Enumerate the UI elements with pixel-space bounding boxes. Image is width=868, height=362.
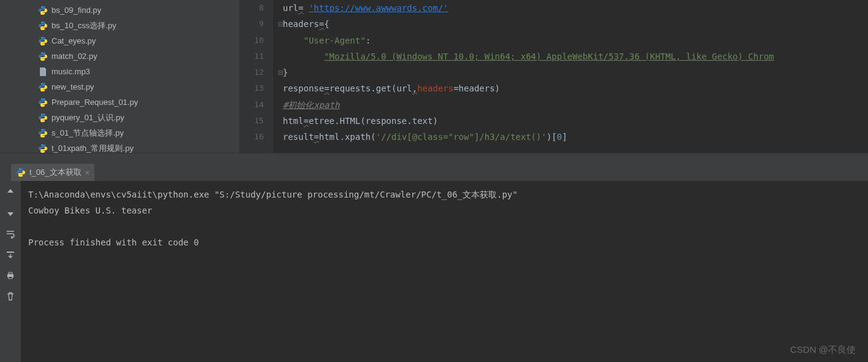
file-match_02-py[interactable]: match_02.py: [0, 48, 239, 64]
tree-item-label: bs_10_css选择.py: [52, 20, 117, 31]
print-icon[interactable]: [3, 268, 18, 283]
file-bs_09_find-py[interactable]: bs_09_find.py: [0, 2, 239, 18]
svg-point-3: [44, 28, 44, 29]
svg-point-2: [41, 22, 42, 23]
run-tab-bar: t_06_文本获取 ×: [0, 153, 868, 181]
file-music-mp3[interactable]: music.mp3: [0, 64, 239, 79]
file-s_01_节点轴选择-py[interactable]: s_01_节点轴选择.py: [0, 125, 239, 141]
python-icon: [38, 36, 48, 46]
tree-item-label: pyquery_01_认识.py: [52, 112, 125, 123]
code-editor[interactable]: 8910111213141516 url= 'https://www.awwwa…: [239, 0, 868, 153]
file-bs_10_css选择-py[interactable]: bs_10_css选择.py: [0, 18, 239, 33]
run-tab-label: t_06_文本获取: [29, 167, 82, 178]
wrap-icon[interactable]: [3, 226, 18, 241]
file-Prepare_Request_01-py[interactable]: Prepare_Request_01.py: [0, 94, 239, 110]
console-output[interactable]: T:\Anaconda\envs\cv5aiit\python.exe "S:/…: [21, 181, 868, 362]
scroll-icon[interactable]: [3, 247, 18, 262]
project-sidebar: bs_09_find.pybs_10_css选择.pyCat_eyes.pyma…: [0, 0, 239, 153]
svg-point-8: [41, 83, 42, 84]
file-t_01xpath_常用规则-py[interactable]: t_01xpath_常用规则.py: [0, 141, 239, 153]
svg-rect-20: [7, 252, 14, 253]
file-pyquery_01_认识-py[interactable]: pyquery_01_认识.py: [0, 110, 239, 125]
svg-point-16: [41, 145, 42, 145]
python-icon: [16, 168, 26, 177]
python-icon: [38, 82, 48, 92]
file-new_test-py[interactable]: new_test.py: [0, 79, 239, 94]
python-icon: [38, 6, 48, 15]
tree-item-label: bs_09_find.py: [52, 6, 101, 15]
svg-point-13: [44, 120, 44, 121]
tree-item-label: Cat_eyes.py: [52, 36, 96, 45]
console-toolbar: [0, 181, 21, 362]
python-icon: [38, 144, 48, 153]
watermark: CSDN @不良使: [790, 344, 856, 356]
svg-point-4: [41, 37, 42, 38]
svg-point-10: [41, 99, 42, 99]
trash-icon[interactable]: [3, 289, 18, 304]
svg-point-17: [44, 151, 44, 152]
svg-point-7: [44, 59, 44, 60]
down-icon[interactable]: [3, 206, 18, 220]
file-icon: [38, 67, 48, 77]
svg-rect-23: [9, 277, 12, 279]
tree-item-label: s_01_节点轴选择.py: [52, 128, 124, 139]
tree-item-label: match_02.py: [52, 52, 97, 61]
svg-point-5: [44, 44, 44, 44]
line-gutter: 8910111213141516: [239, 0, 273, 153]
svg-rect-22: [9, 272, 12, 274]
svg-point-9: [44, 90, 44, 90]
python-icon: [38, 128, 48, 138]
up-icon[interactable]: [3, 185, 18, 199]
file-tree[interactable]: bs_09_find.pybs_10_css选择.pyCat_eyes.pyma…: [0, 0, 239, 153]
tree-item-label: music.mp3: [52, 67, 90, 76]
svg-point-15: [44, 136, 44, 136]
tree-item-label: Prepare_Request_01.py: [52, 98, 138, 107]
python-icon: [38, 113, 48, 123]
close-icon[interactable]: ×: [85, 168, 90, 177]
code-area[interactable]: url= 'https://www.awwwards.com/' ⊟header…: [273, 0, 868, 153]
svg-point-0: [41, 7, 42, 7]
tree-item-label: t_01xpath_常用规则.py: [52, 143, 134, 153]
svg-point-11: [44, 105, 44, 106]
svg-point-12: [41, 114, 42, 115]
svg-point-1: [44, 13, 44, 13]
run-panel: t_06_文本获取 × T:\Anaconda\envs\cv5aiit\pyt…: [0, 153, 868, 362]
python-icon: [38, 98, 48, 107]
svg-point-19: [21, 175, 22, 176]
file-Cat_eyes-py[interactable]: Cat_eyes.py: [0, 33, 239, 48]
run-tab[interactable]: t_06_文本获取 ×: [11, 164, 94, 181]
svg-point-14: [41, 129, 42, 130]
svg-point-6: [41, 53, 42, 53]
svg-point-18: [19, 169, 20, 169]
python-icon: [38, 52, 48, 61]
tree-item-label: new_test.py: [52, 82, 94, 91]
python-icon: [38, 21, 48, 31]
